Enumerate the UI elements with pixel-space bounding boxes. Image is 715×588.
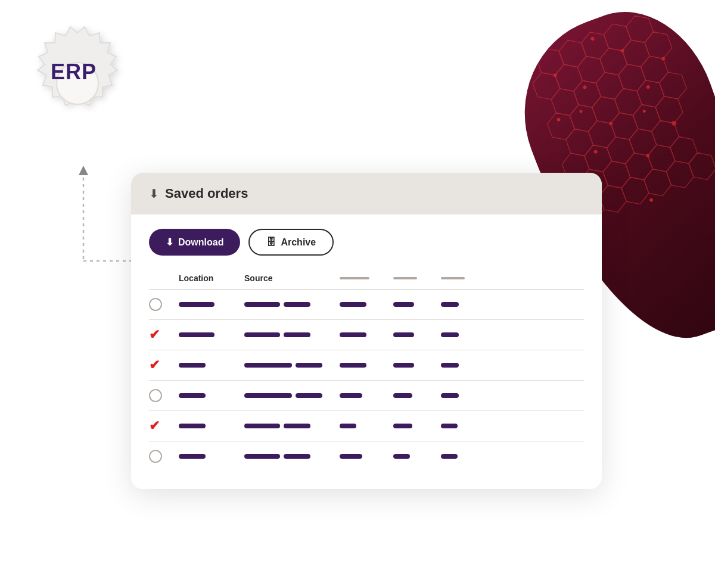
- col3-bar: [340, 393, 362, 398]
- download-icon: ⬇: [166, 237, 173, 248]
- col3-bar: [340, 332, 366, 337]
- col3-bar: [340, 363, 366, 368]
- checkbox-empty: [149, 389, 162, 402]
- source-bar-2: [284, 424, 310, 428]
- col-5-header: [441, 273, 483, 283]
- table-row: ✔: [149, 350, 584, 381]
- location-bar: [179, 332, 214, 337]
- row-4-location: [179, 393, 244, 398]
- source-bar-2: [296, 393, 322, 398]
- svg-marker-9: [530, 69, 562, 104]
- buttons-row: ⬇ Download 🗄 Archive: [149, 229, 584, 256]
- main-card: ⬇ Saved orders ⬇ Download 🗄 Archive Loca…: [131, 173, 602, 489]
- row-5-col4: [393, 424, 441, 428]
- checkbox-checked: ✔: [149, 419, 162, 433]
- header-dash-4: [393, 277, 417, 279]
- erp-label: ERP: [51, 60, 97, 85]
- table-row: [149, 381, 584, 411]
- col5-bar: [441, 454, 458, 459]
- row-3-source: [244, 363, 340, 368]
- source-bar-1: [244, 393, 292, 398]
- col3-bar: [340, 454, 362, 459]
- svg-point-53: [646, 85, 651, 89]
- row-3-col4: [393, 363, 441, 368]
- row-2-checkbox[interactable]: ✔: [149, 328, 179, 341]
- orders-table: Location Source: [149, 270, 584, 471]
- svg-marker-45: [664, 157, 696, 192]
- row-4-col5: [441, 393, 483, 398]
- col-4-header: [393, 273, 441, 283]
- erp-gear: ERP: [18, 24, 149, 155]
- col-source-header: Source: [244, 273, 340, 283]
- svg-point-60: [579, 110, 583, 113]
- source-bar-2: [284, 332, 310, 337]
- row-1-col5: [441, 302, 483, 307]
- row-6-col4: [393, 454, 441, 459]
- table-header: Location Source: [149, 270, 584, 290]
- col4-bar: [393, 393, 412, 398]
- source-bar-1: [244, 332, 280, 337]
- saved-orders-icon: ⬇: [149, 186, 159, 201]
- row-1-checkbox[interactable]: [149, 298, 179, 311]
- location-bar: [179, 363, 206, 368]
- table-row: [149, 441, 584, 471]
- source-bar-1: [244, 302, 280, 307]
- svg-point-48: [590, 36, 595, 41]
- svg-point-58: [649, 198, 654, 203]
- row-4-source: [244, 393, 340, 398]
- col3-bar: [340, 302, 366, 307]
- table-row: ✔: [149, 320, 584, 350]
- row-6-checkbox[interactable]: [149, 450, 179, 463]
- card-title: Saved orders: [165, 186, 248, 201]
- header-dash-5: [441, 277, 465, 279]
- checkbox-checked: ✔: [149, 328, 162, 341]
- row-6-source: [244, 454, 340, 459]
- row-3-checkbox[interactable]: ✔: [149, 359, 179, 372]
- col3-bar: [340, 424, 356, 428]
- source-bar-1: [244, 424, 280, 428]
- row-2-col4: [393, 332, 441, 337]
- row-1-col4: [393, 302, 441, 307]
- source-bar-2: [284, 302, 310, 307]
- col5-bar: [441, 332, 459, 337]
- row-5-checkbox[interactable]: ✔: [149, 419, 179, 433]
- row-5-col3: [340, 424, 393, 428]
- row-3-col3: [340, 363, 393, 368]
- col-3-header: [340, 273, 393, 283]
- location-bar: [179, 424, 206, 428]
- svg-point-49: [583, 85, 587, 90]
- archive-button[interactable]: 🗄 Archive: [248, 229, 334, 256]
- svg-marker-44: [642, 165, 674, 200]
- svg-marker-20: [545, 109, 577, 144]
- source-bar-2: [296, 363, 322, 368]
- card-header: ⬇ Saved orders: [131, 173, 602, 214]
- col5-bar: [441, 424, 458, 428]
- archive-label: Archive: [281, 237, 316, 248]
- location-bar: [179, 393, 206, 398]
- row-3-location: [179, 363, 244, 368]
- download-button[interactable]: ⬇ Download: [149, 229, 240, 256]
- location-bar: [179, 454, 206, 459]
- row-2-source: [244, 332, 340, 337]
- row-4-checkbox[interactable]: [149, 389, 179, 402]
- source-bar-2: [284, 454, 310, 459]
- row-5-col5: [441, 424, 483, 428]
- row-2-location: [179, 332, 244, 337]
- row-1-source: [244, 302, 340, 307]
- row-2-col5: [441, 332, 483, 337]
- svg-point-51: [557, 117, 561, 122]
- row-1-col3: [340, 302, 393, 307]
- row-5-source: [244, 424, 340, 428]
- card-body: ⬇ Download 🗄 Archive Location Source: [131, 214, 602, 489]
- archive-icon: 🗄: [266, 237, 276, 248]
- checkbox-checked: ✔: [149, 359, 162, 372]
- col5-bar: [441, 363, 459, 368]
- header-dash-3: [340, 277, 369, 279]
- svg-point-61: [642, 110, 646, 113]
- table-row: [149, 290, 584, 320]
- col-location-header: Location: [179, 273, 244, 283]
- location-bar: [179, 302, 214, 307]
- row-1-location: [179, 302, 244, 307]
- svg-marker-1: [79, 166, 88, 175]
- col5-bar: [441, 302, 459, 307]
